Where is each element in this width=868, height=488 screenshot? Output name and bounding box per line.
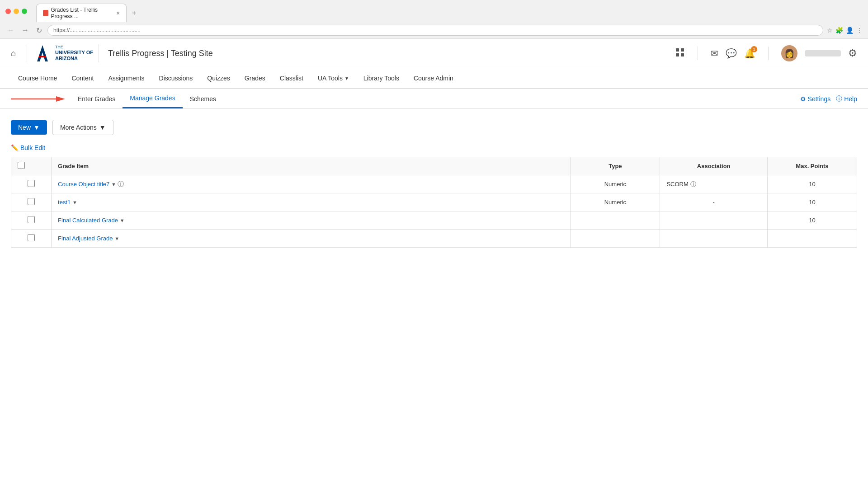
back-button[interactable]: ← (5, 25, 16, 35)
minimize-button[interactable] (14, 9, 19, 14)
new-tab-button[interactable]: + (129, 8, 139, 18)
row4-checkbox[interactable] (28, 234, 35, 241)
new-button-chevron: ▼ (33, 124, 40, 131)
profile-button[interactable]: 👤 (846, 27, 854, 34)
row2-grade-item-name: test1 (58, 199, 71, 206)
table-row: Final Adjusted Grade ▼ (11, 230, 857, 248)
nav-item-content[interactable]: Content (64, 68, 101, 88)
row3-association-cell (660, 211, 768, 230)
row1-info-icon[interactable]: ⓘ (118, 180, 124, 188)
active-tab[interactable]: Grades List - Trellis Progress ... ✕ (36, 4, 127, 22)
row1-scorm-help-icon[interactable]: ⓘ (690, 180, 696, 188)
row2-grade-item-cell: test1 ▼ (52, 193, 571, 211)
tab-schemes[interactable]: Schemes (183, 90, 223, 108)
nav-item-grades[interactable]: Grades (237, 68, 273, 88)
more-actions-chevron: ▼ (99, 124, 106, 131)
row1-max-points-cell: 10 (767, 175, 857, 193)
row1-grade-link[interactable]: Course Object title7 (58, 181, 111, 188)
tab-title: Grades List - Trellis Progress ... (51, 7, 113, 19)
fullscreen-button[interactable] (22, 9, 27, 14)
row2-association-cell: - (660, 193, 768, 211)
nav-item-classlist[interactable]: Classlist (273, 68, 311, 88)
nav-item-assignments[interactable]: Assignments (101, 68, 151, 88)
browser-chrome: Grades List - Trellis Progress ... ✕ + ←… (0, 0, 868, 39)
action-bar: New ▼ More Actions ▼ (11, 120, 857, 135)
row4-dropdown-chevron[interactable]: ▼ (114, 236, 119, 241)
row2-dropdown-chevron[interactable]: ▼ (72, 200, 77, 205)
nav-item-library-tools[interactable]: Library Tools (356, 68, 406, 88)
row1-dropdown-chevron[interactable]: ▼ (111, 182, 116, 187)
nav-item-discussions[interactable]: Discussions (152, 68, 200, 88)
row1-scorm-label: SCORM (666, 181, 688, 188)
chat-icon[interactable]: 💬 (726, 48, 737, 59)
grid-icon[interactable] (675, 47, 685, 60)
row1-checkbox-cell[interactable] (11, 175, 52, 193)
nav-item-ua-tools[interactable]: UA Tools ▼ (311, 68, 356, 88)
row4-type-cell (571, 230, 660, 248)
address-bar[interactable]: https://................................… (47, 25, 823, 36)
row3-checkbox-cell[interactable] (11, 211, 52, 230)
mail-icon[interactable]: ✉ (711, 48, 718, 59)
help-button[interactable]: ⓘ Help (836, 95, 857, 103)
table-row: Course Object title7 ▼ ⓘ Numeric SCORM ⓘ… (11, 175, 857, 193)
settings-button[interactable]: ⚙ Settings (800, 95, 831, 103)
header-checkbox-cell[interactable] (11, 157, 52, 175)
nav-item-quizzes[interactable]: Quizzes (200, 68, 237, 88)
university-state: ARIZONA (55, 56, 93, 61)
row1-checkbox[interactable] (28, 180, 35, 187)
row3-checkbox[interactable] (28, 216, 35, 223)
row2-grade-link[interactable]: test1 (58, 199, 72, 206)
tab-bar: Grades List - Trellis Progress ... ✕ + (33, 0, 868, 22)
row4-grade-item-cell: Final Adjusted Grade ▼ (52, 230, 571, 248)
row2-type-cell: Numeric (571, 193, 660, 211)
bulk-edit-button[interactable]: ✏️ Bulk Edit (11, 144, 45, 151)
bulk-edit-icon: ✏️ (11, 144, 19, 151)
menu-button[interactable]: ⋮ (856, 27, 863, 34)
svg-rect-2 (39, 56, 46, 57)
app-header: ⌂ THE UNIVERSITY OF ARIZONA Trellis Prog… (0, 39, 868, 68)
extensions-button[interactable]: 🧩 (835, 27, 843, 34)
row3-dropdown-chevron[interactable]: ▼ (120, 218, 125, 223)
row2-checkbox-cell[interactable] (11, 193, 52, 211)
new-button[interactable]: New ▼ (11, 120, 47, 135)
row2-max-points-cell: 10 (767, 193, 857, 211)
help-circle-icon: ⓘ (836, 95, 842, 103)
bookmark-button[interactable]: ☆ (827, 27, 833, 34)
svg-rect-3 (676, 48, 679, 52)
main-content: New ▼ More Actions ▼ ✏️ Bulk Edit Grade … (0, 109, 868, 258)
bulk-edit-label: Bulk Edit (20, 144, 45, 151)
browser-actions: ☆ 🧩 👤 ⋮ (827, 27, 863, 34)
row3-grade-item-cell: Final Calculated Grade ▼ (52, 211, 571, 230)
ua-logo-icon (33, 43, 52, 63)
settings-icon[interactable]: ⚙ (848, 47, 857, 59)
nav-item-course-home[interactable]: Course Home (11, 68, 64, 88)
settings-label: Settings (808, 95, 831, 103)
row4-checkbox-cell[interactable] (11, 230, 52, 248)
ua-tools-chevron: ▼ (344, 76, 349, 81)
tab-manage-grades[interactable]: Manage Grades (123, 89, 182, 108)
nav-item-course-admin[interactable]: Course Admin (406, 68, 461, 88)
avatar[interactable]: 👩 (781, 45, 797, 61)
row3-type-cell (571, 211, 660, 230)
header-grade-item: Grade Item (52, 157, 571, 175)
row4-association-cell (660, 230, 768, 248)
home-button[interactable]: ⌂ (11, 49, 16, 58)
row1-type-cell: Numeric (571, 175, 660, 193)
header-icon-divider (698, 47, 698, 60)
header-association: Association (660, 157, 768, 175)
tab-close-button[interactable]: ✕ (116, 11, 120, 16)
close-button[interactable] (5, 9, 11, 14)
bulk-edit-bar: ✏️ Bulk Edit (11, 144, 857, 151)
row3-grade-link[interactable]: Final Calculated Grade (58, 217, 120, 224)
notification-icon[interactable]: 🔔 1 (744, 48, 755, 59)
row4-grade-link[interactable]: Final Adjusted Grade (58, 235, 114, 242)
more-actions-button[interactable]: More Actions ▼ (52, 120, 113, 135)
row1-scorm-badge: SCORM ⓘ (666, 180, 761, 188)
svg-rect-6 (681, 53, 684, 56)
row2-checkbox[interactable] (28, 198, 35, 205)
reload-button[interactable]: ↻ (34, 25, 44, 36)
username (805, 50, 841, 56)
select-all-checkbox[interactable] (18, 162, 25, 169)
tab-enter-grades[interactable]: Enter Grades (71, 90, 123, 108)
forward-button[interactable]: → (20, 25, 31, 35)
